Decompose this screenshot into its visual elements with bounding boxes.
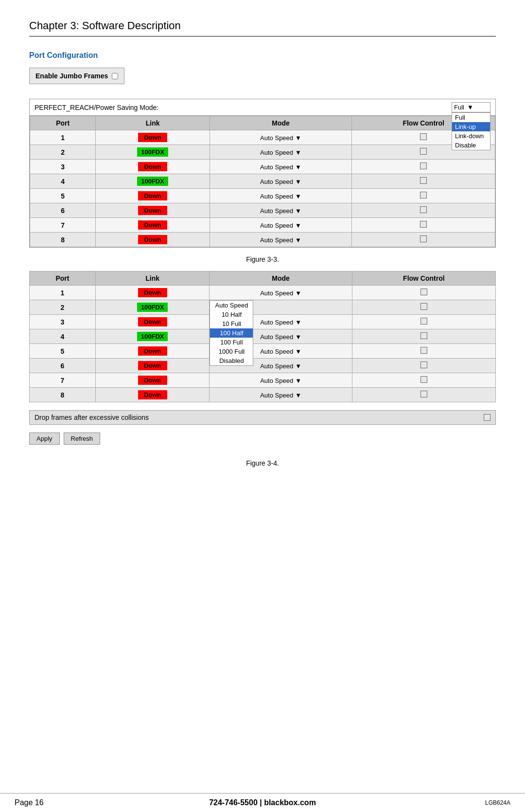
flow-cell [352, 233, 495, 247]
mode-select-wrapper: Auto Speed ▼ [260, 149, 301, 156]
link-cell: Down [95, 315, 210, 329]
link-cell: Down [96, 160, 210, 174]
mode-label: Auto Speed [260, 392, 293, 399]
port-table-2: Port Link Mode Flow Control 1 Down Auto … [29, 271, 496, 402]
table-row: 8 [30, 388, 96, 402]
perfect-reach-dropdown[interactable]: Full ▼ Full Link-up Link-down Disable [452, 102, 490, 112]
link-badge: 100FDX [137, 332, 168, 341]
mode-option[interactable]: 10 Full [210, 319, 253, 328]
mode-label: Auto Speed [260, 134, 293, 142]
flow-checkbox[interactable] [420, 332, 427, 339]
mode-arrow-icon: ▼ [295, 236, 301, 244]
mode-arrow-icon: ▼ [295, 333, 301, 341]
link-badge: Down [138, 220, 167, 230]
link-cell: Down [96, 203, 210, 218]
mode-select-wrapper: Auto Speed ▼ [260, 134, 301, 142]
chapter-title: Chapter 3: Software Description [29, 19, 496, 32]
link-cell: Down [95, 344, 210, 359]
link-badge: 100FDX [137, 303, 168, 312]
chapter-divider [29, 36, 496, 36]
table-row: 6 [30, 359, 96, 373]
mode-option[interactable]: Disabled [210, 356, 253, 365]
flow-checkbox[interactable] [420, 235, 427, 242]
flow-checkbox[interactable] [420, 206, 427, 213]
mode-select-wrapper: Auto Speed ▼ [260, 163, 301, 171]
port-table-1: Port Link Mode Flow Control 1 Down Auto … [30, 116, 495, 247]
col-port-1: Port [30, 116, 96, 130]
link-badge: Down [138, 376, 167, 385]
flow-checkbox[interactable] [420, 133, 427, 140]
option-linkdown[interactable]: Link-down [452, 131, 490, 141]
flow-checkbox[interactable] [420, 289, 427, 295]
col-link-1: Link [96, 116, 210, 130]
table-row: 1 [30, 286, 96, 300]
mode-select-wrapper: Auto Speed ▼ [260, 392, 301, 399]
flow-checkbox[interactable] [420, 177, 427, 184]
link-cell: 100FDX [95, 329, 210, 344]
drop-frames-label: Drop frames after excessive collisions [35, 414, 484, 421]
mode-cell: Auto Speed ▼ [210, 388, 352, 402]
link-badge: Down [138, 162, 167, 171]
flow-cell [352, 203, 495, 218]
option-linkup[interactable]: Link-up [452, 122, 490, 131]
drop-frames-section: Drop frames after excessive collisions [29, 410, 496, 425]
mode-option[interactable]: Auto Speed [210, 301, 253, 310]
mode-option[interactable]: 100 Full [210, 338, 253, 347]
table-row: 3 [30, 160, 96, 174]
refresh-button[interactable]: Refresh [64, 433, 101, 445]
flow-cell [352, 160, 495, 174]
jumbo-frames-label: Enable Jumbo Frames [35, 72, 108, 80]
link-badge: Down [138, 361, 167, 370]
link-cell: Down [96, 233, 210, 247]
mode-cell: Auto Speed ▼ [210, 174, 352, 189]
flow-checkbox[interactable] [420, 347, 427, 354]
mode-option[interactable]: 1000 Full [210, 347, 253, 356]
flow-checkbox[interactable] [420, 391, 427, 397]
mode-arrow-icon: ▼ [295, 362, 301, 370]
apply-button[interactable]: Apply [29, 433, 60, 445]
mode-label: Auto Speed [260, 149, 293, 156]
link-cell: Down [95, 286, 210, 300]
table-row: 8 [30, 233, 96, 247]
flow-checkbox[interactable] [420, 361, 427, 368]
mode-arrow-icon: ▼ [295, 193, 301, 200]
flow-cell [352, 174, 495, 189]
flow-checkbox[interactable] [420, 162, 427, 169]
table-row: 2 [30, 145, 96, 160]
option-full[interactable]: Full [452, 113, 490, 122]
link-badge: Down [138, 346, 167, 356]
mode-label: Auto Speed [260, 319, 293, 326]
mode-arrow-icon: ▼ [295, 377, 301, 384]
table-row: 7 [30, 218, 96, 233]
table-row: 2 [30, 300, 96, 315]
flow-cell [352, 359, 495, 373]
figure-4-label: Figure 3-4. [29, 459, 496, 467]
table-row: 7 [30, 373, 96, 388]
flow-checkbox[interactable] [420, 318, 427, 325]
flow-checkbox[interactable] [420, 148, 427, 155]
flow-checkbox[interactable] [420, 303, 427, 310]
mode-cell: Auto Speed ▼ [210, 145, 352, 160]
option-disable[interactable]: Disable [452, 141, 490, 150]
flow-checkbox[interactable] [420, 221, 427, 228]
drop-frames-checkbox[interactable] [484, 414, 490, 421]
mode-select-wrapper: Auto Speed ▼ [260, 333, 301, 341]
flow-cell [352, 315, 495, 329]
mode-select-wrapper: Auto Speed ▼ [260, 319, 301, 326]
flow-checkbox[interactable] [420, 376, 427, 383]
mode-label: Auto Speed [260, 222, 293, 229]
perfect-reach-value: Full [454, 104, 464, 111]
flow-cell [352, 189, 495, 203]
link-cell: Down [96, 189, 210, 203]
mode-select-wrapper: Auto Speed ▼ [260, 362, 301, 370]
col-link-2: Link [95, 271, 210, 286]
jumbo-frames-checkbox[interactable] [112, 73, 118, 79]
mode-option[interactable]: 10 Half [210, 310, 253, 319]
flow-checkbox[interactable] [420, 192, 427, 198]
mode-option[interactable]: 100 Half [210, 328, 253, 338]
link-badge: Down [138, 235, 167, 244]
mode-label: Auto Speed [260, 333, 293, 341]
mode-arrow-icon: ▼ [295, 207, 301, 215]
table-row: 1 [30, 130, 96, 145]
mode-select-wrapper: Auto Speed ▼ [260, 222, 301, 229]
